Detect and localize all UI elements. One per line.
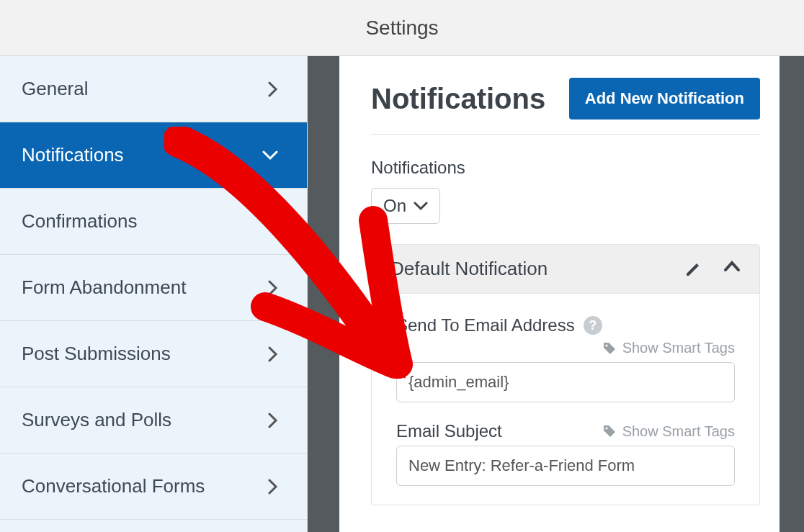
- chevron-down-icon: [414, 201, 428, 211]
- tag-icon: [602, 341, 617, 356]
- sidebar-item-post-submissions[interactable]: Post Submissions: [0, 321, 307, 387]
- toggle-value: On: [383, 196, 406, 216]
- chevron-down-icon: [262, 150, 278, 161]
- main-panel: Notifications Add New Notification Notif…: [339, 56, 804, 532]
- page-title: Settings: [365, 17, 438, 40]
- smart-tags-label: Show Smart Tags: [622, 340, 735, 356]
- show-smart-tags-send-to[interactable]: Show Smart Tags: [396, 340, 735, 356]
- send-to-label: Send To Email Address: [396, 315, 575, 335]
- sidebar-item-label: Conversational Forms: [22, 475, 205, 497]
- sidebar-item-confirmations[interactable]: Confirmations: [0, 189, 307, 255]
- sidebar-item-label: Surveys and Polls: [22, 409, 171, 431]
- notifications-toggle[interactable]: On: [371, 188, 440, 224]
- sidebar-item-label: Post Submissions: [22, 343, 171, 365]
- panel-header: Notifications Add New Notification: [371, 78, 760, 135]
- notifications-toggle-label: Notifications: [371, 158, 760, 178]
- sidebar-item-general[interactable]: General: [0, 56, 307, 122]
- sidebar-item-conversational-forms[interactable]: Conversational Forms: [0, 454, 307, 520]
- show-smart-tags-subject[interactable]: Show Smart Tags: [602, 423, 735, 440]
- sidebar-item-label: Notifications: [22, 144, 124, 166]
- settings-sidebar: General Notifications Confirmations Form…: [0, 56, 308, 532]
- notification-card-header: Default Notification: [372, 245, 759, 294]
- top-bar: Settings: [0, 0, 804, 56]
- notification-card-title: Default Notification: [390, 258, 548, 280]
- svg-point-0: [605, 344, 607, 346]
- chevron-right-icon: [268, 346, 278, 362]
- chevron-up-icon[interactable]: [723, 261, 741, 278]
- chevron-right-icon: [268, 214, 278, 230]
- sidebar-item-notifications[interactable]: Notifications: [0, 122, 307, 189]
- notification-card-body: Send To Email Address ? Show Smart Tags …: [372, 294, 759, 505]
- panel-gutter: [308, 56, 339, 532]
- email-subject-input[interactable]: [396, 446, 735, 486]
- chevron-right-icon: [268, 412, 278, 428]
- sidebar-item-label: Form Abandonment: [22, 276, 186, 299]
- add-notification-button[interactable]: Add New Notification: [569, 78, 760, 120]
- panel-right-edge: [780, 56, 804, 532]
- chevron-right-icon: [268, 479, 278, 495]
- sidebar-item-label: Confirmations: [22, 210, 137, 233]
- sidebar-item-form-abandonment[interactable]: Form Abandonment: [0, 255, 307, 321]
- send-to-email-input[interactable]: [396, 362, 735, 402]
- body: General Notifications Confirmations Form…: [0, 56, 804, 532]
- chevron-right-icon: [268, 280, 278, 296]
- notification-card: Default Notification Send To Email Addre…: [371, 244, 760, 505]
- chevron-right-icon: [268, 81, 278, 97]
- help-icon[interactable]: ?: [584, 316, 602, 335]
- svg-point-1: [605, 427, 607, 429]
- smart-tags-label: Show Smart Tags: [622, 423, 735, 440]
- panel-heading: Notifications: [371, 83, 545, 115]
- sidebar-item-surveys-polls[interactable]: Surveys and Polls: [0, 387, 307, 454]
- sidebar-item-label: General: [22, 78, 89, 100]
- tag-icon: [602, 424, 617, 438]
- email-subject-label: Email Subject: [396, 421, 502, 441]
- pencil-icon[interactable]: [684, 261, 702, 278]
